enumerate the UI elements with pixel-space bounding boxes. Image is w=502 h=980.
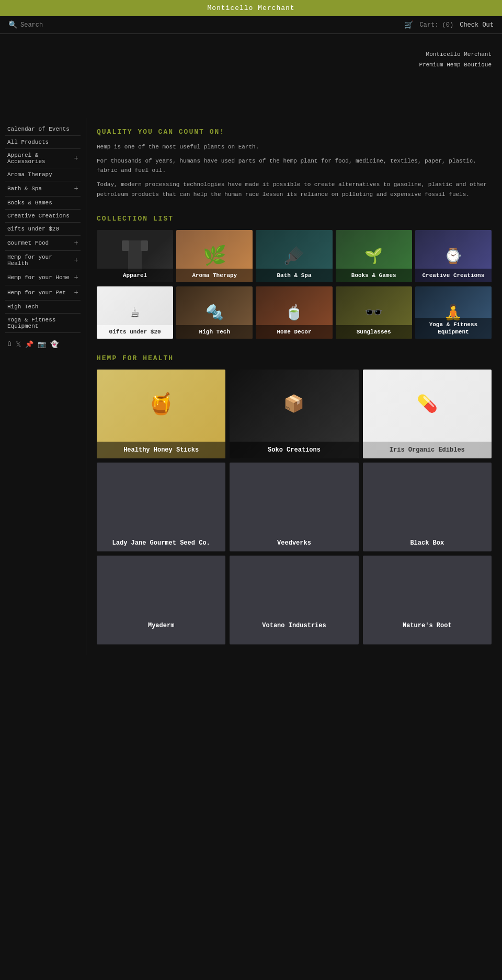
product-card-blackbox[interactable]: Black Box — [363, 463, 492, 551]
sidebar-item[interactable]: Hemp for your Pet+ — [5, 285, 81, 301]
svg-rect-0 — [128, 240, 142, 272]
hero-line2: Premium Hemp Boutique — [419, 60, 492, 71]
sidebar-item[interactable]: Gifts under $20 — [5, 223, 81, 236]
nav-bar: 🔍 Search 🛒 Cart: (0) Check Out — [0, 16, 502, 34]
sidebar-expand-icon[interactable]: + — [74, 289, 78, 297]
sidebar-item[interactable]: Creative Creations — [5, 210, 81, 223]
checkout-button[interactable]: Check Out — [460, 21, 494, 29]
collection-label-books: Books & Games — [336, 269, 412, 282]
sidebar-item-label: Hemp for your Health — [7, 254, 74, 267]
product-card-soko[interactable]: 📦 Soko Creations — [230, 370, 358, 458]
sidebar-item-label: Yoga & Fitness Equipment — [7, 317, 78, 329]
sidebar-expand-icon[interactable]: + — [74, 273, 78, 282]
sidebar-item-label: Apparel & Accessories — [7, 152, 74, 165]
product-label-naturesroot: Nature's Root — [363, 617, 492, 635]
collection-label-hightech: High Tech — [176, 325, 253, 339]
sidebar-expand-icon[interactable]: + — [74, 154, 78, 163]
product-label-honey: Healthy Honey Sticks — [97, 442, 225, 459]
collection-item-sunglasses[interactable]: 🕶️ Sunglasses — [336, 286, 412, 339]
search-input-label[interactable]: Search — [20, 21, 43, 29]
product-label-soko: Soko Creations — [230, 442, 358, 459]
product-label-blackbox: Black Box — [363, 535, 492, 552]
sidebar-item[interactable]: All Products — [5, 136, 81, 149]
product-card-iris[interactable]: 💊 Iris Organic Edibles — [363, 370, 492, 458]
site-title: Monticello Merchant — [207, 4, 294, 12]
product-label-ladyjane: Lady Jane Gourmet Seed Co. — [97, 535, 225, 552]
sidebar-item-label: Aroma Therapy — [7, 171, 52, 178]
sidebar-item-label: Hemp for your Pet — [7, 290, 66, 296]
product-card-votano[interactable]: Votano Industries — [230, 556, 358, 644]
svg-rect-2 — [141, 240, 148, 251]
quality-title: QUALITY YOU CAN COUNT ON! — [97, 128, 492, 136]
product-label-iris: Iris Organic Edibles — [363, 442, 492, 459]
social-icons: û 𝕏 📌 📷 👻 — [5, 333, 81, 351]
collection-item-homedecor[interactable]: 🍵 Home Decor — [256, 286, 332, 339]
product-card-myaderm[interactable]: Myaderm — [97, 556, 225, 644]
sidebar-item-label: All Products — [7, 139, 49, 145]
sidebar-item[interactable]: Apparel & Accessories+ — [5, 149, 81, 168]
product-grid-row2: Lady Jane Gourmet Seed Co. Veedverks Bla… — [97, 463, 492, 551]
main-content: QUALITY YOU CAN COUNT ON! Hemp is one of… — [86, 118, 502, 655]
collection-title: Collection list — [97, 215, 492, 223]
cart-area: 🛒 Cart: (0) Check Out — [404, 20, 494, 29]
sidebar-item[interactable]: Bath & Spa+ — [5, 181, 81, 197]
sidebar: Calendar of EventsAll ProductsApparel & … — [0, 118, 86, 655]
sidebar-item-label: High Tech — [7, 304, 38, 310]
product-grid-row3: Myaderm Votano Industries Nature's Root — [97, 556, 492, 644]
hero-section: Monticello Merchant Premium Hemp Boutiqu… — [0, 34, 502, 118]
collection-grid-row2: ☕ Gifts under $20 🔩 High Tech 🍵 Home Dec… — [97, 286, 492, 339]
collection-item-creative[interactable]: ⌚ Creative Creations — [415, 230, 492, 282]
sidebar-item[interactable]: Yoga & Fitness Equipment — [5, 314, 81, 333]
product-card-honey[interactable]: 🍯 Healthy Honey Sticks — [97, 370, 225, 458]
sidebar-item[interactable]: Hemp for your Home+ — [5, 270, 81, 285]
snapchat-icon[interactable]: 👻 — [50, 340, 59, 349]
search-area[interactable]: 🔍 Search — [8, 20, 43, 29]
sidebar-item-label: Hemp for your Home — [7, 274, 70, 281]
svg-rect-1 — [122, 240, 129, 251]
collection-item-books[interactable]: 🌱 Books & Games — [336, 230, 412, 282]
sidebar-item[interactable]: Gourmet Food+ — [5, 236, 81, 251]
collection-item-yoga[interactable]: 🧘 Yoga & Fitness Equipment — [415, 286, 492, 339]
hemp-health-section: Hemp for Health 🍯 Healthy Honey Sticks 📦… — [97, 354, 492, 644]
facebook-icon[interactable]: û — [7, 340, 12, 349]
product-label-myaderm: Myaderm — [97, 617, 225, 635]
collection-item-gifts[interactable]: ☕ Gifts under $20 — [97, 286, 173, 339]
sidebar-item-label: Bath & Spa — [7, 186, 42, 192]
collection-item-hightech[interactable]: 🔩 High Tech — [176, 286, 253, 339]
sidebar-item[interactable]: Calendar of Events — [5, 123, 81, 136]
sidebar-item[interactable]: Books & Games — [5, 197, 81, 210]
main-layout: Calendar of EventsAll ProductsApparel & … — [0, 118, 502, 655]
sidebar-expand-icon[interactable]: + — [74, 256, 78, 264]
sidebar-item[interactable]: Hemp for your Health+ — [5, 251, 81, 270]
collection-label-yoga: Yoga & Fitness Equipment — [415, 318, 492, 339]
sidebar-expand-icon[interactable]: + — [74, 185, 78, 193]
collection-grid-row1: Apparel 🌿 Aroma Therapy 🪮 Bath & Spa — [97, 230, 492, 282]
collection-item-apparel[interactable]: Apparel — [97, 230, 173, 282]
product-label-veedverks: Veedverks — [230, 535, 358, 552]
quality-text1: Hemp is one of the most useful plants on… — [97, 142, 492, 152]
instagram-icon[interactable]: 📷 — [38, 340, 46, 349]
hero-text: Monticello Merchant Premium Hemp Boutiqu… — [419, 50, 492, 71]
product-card-naturesroot[interactable]: Nature's Root — [363, 556, 492, 644]
product-card-ladyjane[interactable]: Lady Jane Gourmet Seed Co. — [97, 463, 225, 551]
collection-label-creative: Creative Creations — [415, 269, 492, 282]
collection-item-aroma[interactable]: 🌿 Aroma Therapy — [176, 230, 253, 282]
collection-label-gifts: Gifts under $20 — [97, 325, 173, 339]
collection-label-apparel: Apparel — [97, 269, 173, 282]
top-banner: Monticello Merchant — [0, 0, 502, 16]
twitter-icon[interactable]: 𝕏 — [16, 340, 21, 349]
sidebar-expand-icon[interactable]: + — [74, 239, 78, 247]
product-label-votano: Votano Industries — [230, 617, 358, 635]
collection-label-bath: Bath & Spa — [256, 269, 332, 282]
cart-label[interactable]: Cart: (0) — [419, 21, 453, 29]
pinterest-icon[interactable]: 📌 — [25, 340, 33, 349]
collection-item-bath[interactable]: 🪮 Bath & Spa — [256, 230, 332, 282]
sidebar-item[interactable]: High Tech — [5, 301, 81, 314]
collection-label-sunglasses: Sunglasses — [336, 325, 412, 339]
product-card-veedverks[interactable]: Veedverks — [230, 463, 358, 551]
hero-line1: Monticello Merchant — [419, 50, 492, 60]
collection-section: Collection list Apparel 🌿 — [97, 215, 492, 339]
sidebar-item[interactable]: Aroma Therapy — [5, 168, 81, 181]
product-grid-row1: 🍯 Healthy Honey Sticks 📦 Soko Creations … — [97, 370, 492, 458]
quality-section: QUALITY YOU CAN COUNT ON! Hemp is one of… — [97, 128, 492, 199]
